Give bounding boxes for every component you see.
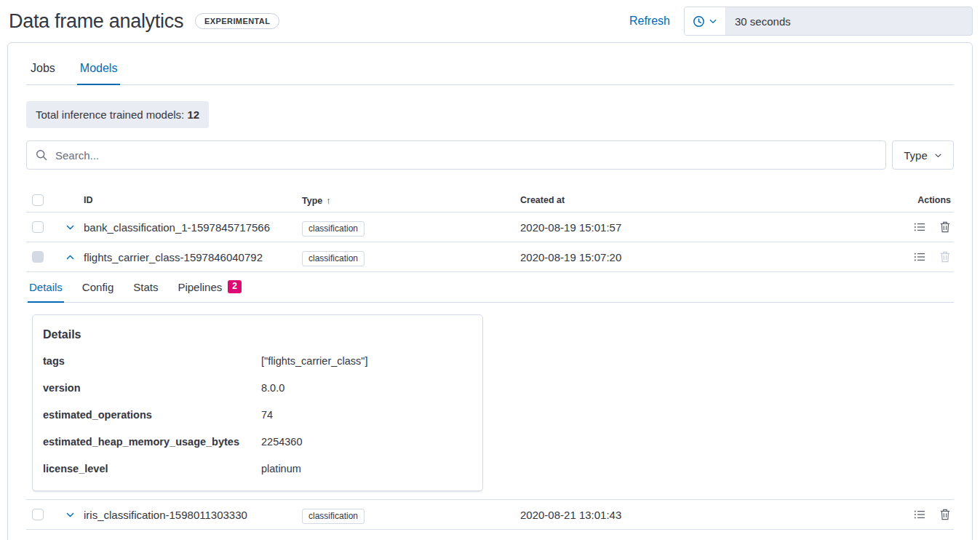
total-models-label: Total inference trained models: [36, 108, 187, 121]
tab-details[interactable]: Details [28, 279, 64, 303]
details-card-title: Details [43, 328, 472, 341]
detail-item: version 8.0.0 [43, 374, 472, 401]
refresh-button[interactable]: Refresh [629, 15, 670, 28]
total-models-badge: Total inference trained models: 12 [26, 101, 209, 128]
delete-model-button[interactable] [939, 221, 951, 233]
detail-item: estimated_operations 74 [43, 401, 472, 428]
detail-term: estimated_heap_memory_usage_bytes [43, 436, 261, 448]
page-title: Data frame analytics [9, 10, 183, 33]
detail-item: license_level platinum [43, 455, 472, 482]
list-icon [914, 251, 925, 263]
refresh-interval-menu-button[interactable] [685, 7, 726, 35]
expanded-row-content: Details Config Stats Pipelines 2 Details… [26, 272, 954, 500]
type-filter-label: Type [904, 149, 928, 162]
detail-value: 74 [261, 409, 273, 421]
trash-icon [939, 509, 951, 520]
view-training-data-button[interactable] [914, 221, 925, 233]
model-id: flights_carrier_class-1597846040792 [84, 251, 302, 263]
model-id: iris_classification-1598011303330 [84, 509, 302, 521]
sort-ascending-icon: ↑ [326, 195, 331, 206]
chevron-down-icon [934, 151, 942, 159]
main-tabs: Jobs Models [26, 59, 954, 85]
collapse-row-button[interactable] [65, 253, 75, 262]
column-header-type[interactable]: Type↑ [302, 195, 520, 206]
models-table: ID Type↑ Created at Actions bank_classif… [26, 188, 954, 530]
search-input[interactable] [54, 148, 877, 162]
detail-value: 8.0.0 [261, 382, 284, 394]
detail-term: tags [43, 355, 261, 367]
tab-jobs[interactable]: Jobs [28, 59, 58, 84]
page-header: Data frame analytics EXPERIMENTAL Refres… [0, 0, 980, 42]
table-row: flights_carrier_class-1597846040792 clas… [26, 242, 954, 272]
created-at: 2020-08-19 15:01:57 [520, 221, 896, 234]
detail-value: ["flights_carrier_class"] [261, 355, 367, 367]
table-header-row: ID Type↑ Created at Actions [26, 188, 954, 213]
total-models-count: 12 [187, 108, 199, 121]
row-checkbox[interactable] [32, 509, 44, 520]
search-icon [36, 149, 47, 161]
type-badge: classification [302, 509, 364, 524]
created-at: 2020-08-19 15:07:20 [520, 251, 896, 263]
model-id: bank_classification_1-1597845717566 [84, 221, 302, 234]
clock-icon [693, 15, 705, 28]
tab-pipelines[interactable]: Pipelines 2 [176, 279, 243, 302]
list-icon [914, 221, 925, 233]
content-panel: Jobs Models Total inference trained mode… [7, 42, 973, 540]
detail-item: tags ["flights_carrier_class"] [43, 347, 472, 374]
column-header-created-at[interactable]: Created at [520, 195, 896, 205]
type-badge: classification [302, 251, 364, 266]
detail-term: license_level [43, 463, 261, 475]
table-row: iris_classification-1598011303330 classi… [26, 500, 954, 530]
experimental-badge: EXPERIMENTAL [195, 13, 279, 29]
chevron-down-icon [65, 223, 75, 232]
created-at: 2020-08-21 13:01:43 [520, 509, 896, 521]
row-checkbox [32, 251, 44, 263]
type-filter-button[interactable]: Type [892, 140, 954, 170]
view-training-data-button[interactable] [914, 251, 925, 263]
list-icon [914, 509, 925, 520]
detail-value: 2254360 [261, 436, 302, 448]
chevron-up-icon [65, 253, 75, 262]
view-training-data-button[interactable] [914, 509, 925, 520]
tab-stats[interactable]: Stats [132, 279, 159, 302]
detail-value: platinum [261, 463, 301, 475]
refresh-interval-picker: 30 seconds [684, 7, 973, 36]
pipelines-count-badge: 2 [228, 280, 242, 293]
expand-row-button[interactable] [65, 223, 75, 232]
select-all-checkbox[interactable] [32, 194, 44, 206]
expanded-row-tabs: Details Config Stats Pipelines 2 [26, 279, 954, 303]
table-row: bank_classification_1-1597845717566 clas… [26, 213, 954, 242]
expand-row-button[interactable] [65, 510, 75, 520]
details-card: Details tags ["flights_carrier_class"] v… [32, 314, 483, 491]
type-badge: classification [302, 221, 364, 237]
column-header-actions: Actions [896, 195, 954, 205]
tab-models[interactable]: Models [77, 59, 121, 85]
row-checkbox[interactable] [32, 221, 44, 233]
search-row: Type [26, 140, 954, 170]
detail-item: estimated_heap_memory_usage_bytes 225436… [43, 428, 472, 455]
tab-config[interactable]: Config [81, 279, 115, 302]
chevron-down-icon [709, 17, 717, 25]
delete-model-button[interactable] [939, 509, 951, 520]
trash-icon [939, 221, 951, 233]
search-box [26, 140, 886, 170]
detail-term: version [43, 382, 261, 394]
trash-icon [939, 251, 951, 263]
detail-term: estimated_operations [43, 409, 261, 421]
refresh-interval-value[interactable]: 30 seconds [726, 7, 972, 35]
column-header-id[interactable]: ID [84, 195, 302, 205]
chevron-down-icon [65, 510, 75, 520]
delete-model-button-disabled [939, 251, 951, 263]
